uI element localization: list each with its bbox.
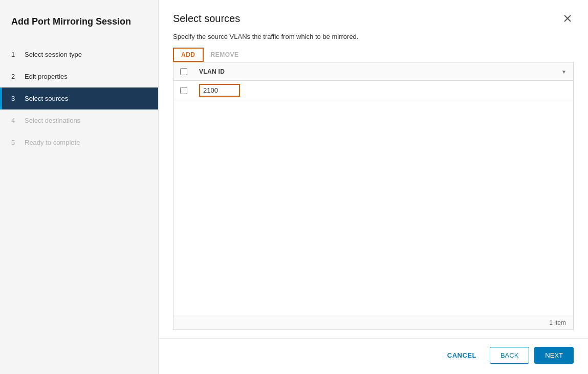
cancel-button[interactable]: CANCEL (439, 347, 485, 363)
description-text: Specify the source VLANs the traffic fro… (173, 33, 574, 40)
dialog-body: Specify the source VLANs the traffic fro… (159, 33, 588, 338)
dialog-title: Select sources (173, 13, 240, 25)
step-num-5: 5 (11, 139, 19, 146)
close-icon (563, 14, 572, 23)
table-footer: 1 item (173, 316, 573, 329)
toolbar: ADD REMOVE (173, 48, 574, 62)
vlan-id-input[interactable] (199, 84, 240, 97)
back-button[interactable]: BACK (490, 347, 529, 364)
step-num-3: 3 (11, 95, 19, 102)
active-indicator (0, 87, 2, 109)
filter-icon[interactable] (555, 63, 573, 79)
dialog-footer: CANCEL BACK NEXT (159, 338, 588, 374)
sidebar-title: Add Port Mirroring Session (0, 15, 158, 43)
sidebar-step-1[interactable]: 1 Select session type (0, 43, 158, 65)
add-button[interactable]: ADD (173, 48, 204, 62)
row-checkbox-cell (173, 83, 194, 98)
row-checkbox[interactable] (180, 87, 187, 94)
sidebar-step-5[interactable]: 5 Ready to complete (0, 131, 158, 153)
step-label-1: Select session type (25, 51, 82, 58)
close-button[interactable] (561, 12, 574, 25)
step-label-4: Select destinations (25, 117, 80, 124)
table-body (173, 81, 573, 316)
vlan-table: VLAN ID 1 item (173, 62, 574, 330)
dialog-header: Select sources (159, 0, 588, 33)
step-label-5: Ready to complete (25, 139, 80, 146)
table-row (173, 81, 573, 100)
step-num-1: 1 (11, 51, 19, 58)
sidebar-step-4[interactable]: 4 Select destinations (0, 109, 158, 131)
vlan-id-column-header: VLAN ID (194, 64, 555, 79)
sidebar-step-3[interactable]: 3 Select sources (0, 87, 158, 109)
step-label-3: Select sources (25, 95, 68, 102)
sidebar-steps: 1 Select session type 2 Edit properties … (0, 43, 158, 153)
step-num-2: 2 (11, 73, 19, 80)
main-content: Select sources Specify the source VLANs … (159, 0, 588, 374)
vlan-id-cell (194, 81, 573, 100)
sidebar: Add Port Mirroring Session 1 Select sess… (0, 0, 159, 374)
step-num-4: 4 (11, 117, 19, 124)
remove-button[interactable]: REMOVE (204, 49, 246, 61)
header-checkbox-cell (173, 64, 194, 79)
sidebar-step-2[interactable]: 2 Edit properties (0, 65, 158, 87)
select-all-checkbox[interactable] (180, 68, 187, 75)
table-header: VLAN ID (173, 62, 573, 81)
next-button[interactable]: NEXT (534, 347, 574, 364)
step-label-2: Edit properties (25, 73, 68, 80)
